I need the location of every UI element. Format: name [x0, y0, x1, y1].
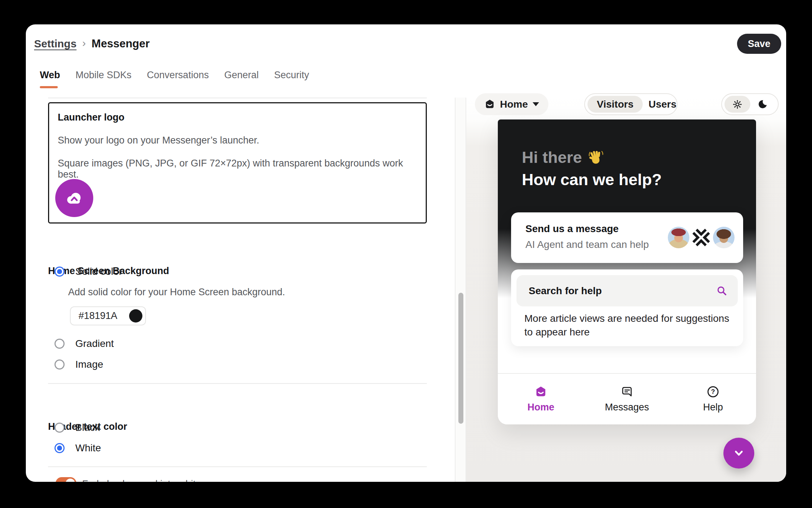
breadcrumb: Settings › Messenger: [34, 37, 150, 50]
nav-messages-label: Messages: [605, 402, 649, 413]
tab-general[interactable]: General: [224, 70, 259, 83]
breadcrumb-chevron-icon: ›: [82, 37, 86, 49]
radio-white-control[interactable]: [55, 443, 65, 453]
nav-home-tab[interactable]: Home: [498, 374, 584, 424]
radio-option-image[interactable]: Image: [55, 359, 103, 370]
settings-window: Settings › Messenger Save Web Mobile SDK…: [26, 24, 786, 482]
messenger-greeting: Hi there: [522, 147, 604, 168]
tab-bar: Web Mobile SDKs Conversations General Se…: [40, 70, 309, 83]
save-button[interactable]: Save: [737, 34, 781, 54]
section-divider: [48, 466, 427, 467]
launcher-logo-title: Launcher logo: [58, 112, 124, 123]
tab-conversations[interactable]: Conversations: [147, 70, 209, 83]
chevron-down-icon: [731, 446, 746, 461]
dark-mode-button[interactable]: [750, 96, 774, 113]
nav-help-label: Help: [703, 402, 723, 413]
background-color-input[interactable]: #18191A: [70, 306, 146, 325]
audience-visitors-button[interactable]: Visitors: [587, 96, 643, 113]
nav-messages-tab[interactable]: Messages: [584, 374, 670, 424]
active-tab-underline: [40, 86, 58, 88]
search-help-card: Search for help More article views are n…: [511, 269, 743, 346]
theme-toggle: [721, 93, 779, 115]
radio-option-solid-color[interactable]: Solid color: [55, 266, 122, 277]
help-icon: ?: [707, 385, 719, 398]
launcher-logo-description-1: Show your logo on your Messenger’s launc…: [58, 135, 259, 146]
sun-icon: [732, 99, 743, 110]
chevron-down-icon: [533, 102, 539, 106]
tab-web[interactable]: Web: [40, 70, 60, 83]
radio-solid-color-control[interactable]: [55, 267, 65, 277]
teammate-avatar: [713, 227, 735, 248]
radio-option-black[interactable]: Black: [55, 422, 100, 433]
light-mode-button[interactable]: [724, 96, 750, 113]
radio-gradient-control[interactable]: [55, 339, 65, 349]
radio-black-label: Black: [75, 422, 100, 433]
background-color-value: #18191A: [79, 310, 117, 321]
screen-selector-label: Home: [500, 99, 528, 110]
send-message-subtitle: AI Agent and team can help: [525, 239, 649, 250]
screen: Settings › Messenger Save Web Mobile SDK…: [0, 0, 812, 508]
screen-selector-dropdown[interactable]: Home: [475, 93, 548, 115]
launcher-logo-description-2: Square images (PNG, JPG, or GIF 72×72px)…: [58, 158, 426, 180]
fin-ai-icon: [691, 227, 711, 248]
radio-white-label: White: [75, 442, 101, 454]
radio-solid-color-label: Solid color: [75, 266, 122, 277]
messenger-home-icon: [484, 99, 495, 110]
messenger-nav-bar: Home Messages: [498, 373, 756, 424]
tab-mobile-sdks[interactable]: Mobile SDKs: [76, 70, 132, 83]
fade-background-toggle[interactable]: [56, 477, 76, 482]
radio-image-control[interactable]: [55, 359, 65, 370]
search-placeholder: Search for help: [529, 285, 602, 297]
section-divider: [48, 98, 427, 98]
background-color-swatch[interactable]: [129, 309, 142, 323]
radio-option-gradient[interactable]: Gradient: [55, 338, 114, 349]
search-icon: [716, 285, 728, 297]
solid-color-helper: Add solid color for your Home Screen bac…: [68, 287, 285, 298]
waving-hand-icon: [587, 150, 604, 167]
home-icon: [534, 385, 547, 398]
send-message-title: Send us a message: [525, 223, 619, 235]
cloud-upload-icon: [65, 190, 84, 206]
section-divider: [48, 383, 427, 384]
tab-security[interactable]: Security: [274, 70, 309, 83]
moon-icon: [757, 99, 768, 110]
fade-background-label: Fade background into white: [82, 479, 201, 482]
radio-option-white[interactable]: White: [55, 442, 101, 454]
messenger-preview: Hi there: [498, 119, 756, 424]
upload-logo-button[interactable]: [55, 179, 93, 217]
settings-scrollbar-track[interactable]: [455, 98, 466, 482]
audience-users-button[interactable]: Users: [643, 96, 686, 113]
radio-black-control[interactable]: [55, 423, 65, 433]
breadcrumb-settings-link[interactable]: Settings: [34, 38, 76, 50]
teammate-avatars: [668, 227, 735, 248]
radio-image-label: Image: [75, 359, 103, 370]
search-input[interactable]: Search for help: [516, 275, 738, 306]
messenger-launcher-button[interactable]: [723, 438, 754, 469]
svg-text:?: ?: [711, 388, 715, 395]
send-message-card[interactable]: Send us a message AI Agent and team can …: [511, 212, 743, 263]
nav-help-tab[interactable]: ? Help: [670, 374, 756, 424]
greeting-text: Hi there: [522, 148, 582, 167]
radio-gradient-label: Gradient: [75, 338, 114, 349]
messages-icon: [620, 385, 633, 398]
teammate-avatar: [668, 227, 689, 248]
audience-toggle: Visitors Users: [584, 93, 678, 115]
page-title: Messenger: [91, 37, 150, 50]
nav-home-label: Home: [527, 402, 554, 413]
settings-scrollbar-thumb[interactable]: [458, 293, 463, 424]
search-suggestions-hint: More article views are needed for sugges…: [524, 312, 732, 339]
launcher-logo-section: Launcher logo Show your logo on your Mes…: [48, 102, 427, 224]
messenger-headline: How can we help?: [522, 169, 662, 190]
